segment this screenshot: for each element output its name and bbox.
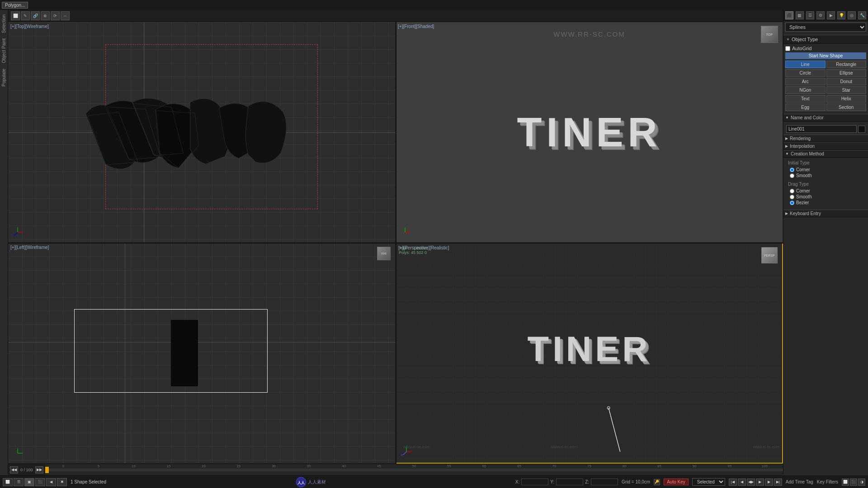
tick-50: 50 xyxy=(396,464,432,468)
drag-bezier-radio[interactable] xyxy=(790,201,794,205)
rendering-label: Rendering xyxy=(790,136,811,141)
creation-method-header[interactable]: ▼ Creation Method xyxy=(783,150,868,158)
nav-cube-bottomleft[interactable]: SDE xyxy=(377,247,391,260)
drag-smooth-radio[interactable] xyxy=(790,195,794,199)
rp-icon-7[interactable]: ◎ xyxy=(848,11,856,19)
color-swatch[interactable] xyxy=(858,126,865,133)
pb-play[interactable]: ▶ xyxy=(756,479,764,486)
pb-next-frame[interactable]: ▶ xyxy=(765,479,773,486)
sidebar-tab-object-paint[interactable]: Object Paint xyxy=(0,36,7,66)
timeline-bar: ◀◀ 0 / 100 ▶▶ 0 5 10 15 20 25 30 35 40 4… xyxy=(8,464,783,475)
name-and-color-header[interactable]: ▼ Name and Color xyxy=(783,114,868,122)
shape-btn-donut[interactable]: Donut xyxy=(826,78,867,85)
y-label: Y: xyxy=(550,479,554,484)
tick-0: 0 xyxy=(46,464,81,468)
statusbar-icon-1[interactable]: ⬜ xyxy=(842,479,849,486)
x-input[interactable] xyxy=(521,479,548,485)
shape-btn-circle[interactable]: Circle xyxy=(785,69,826,77)
mode-btn-1[interactable]: ⬜ xyxy=(3,478,13,486)
shape-btn-egg[interactable]: Egg xyxy=(785,103,826,111)
toolbar-icon-6[interactable]: ↔ xyxy=(61,11,70,20)
rp-icon-8[interactable]: 🔧 xyxy=(858,11,866,19)
rp-icon-1[interactable]: ⬛ xyxy=(785,11,793,19)
svg-text:Z: Z xyxy=(22,451,23,454)
autogrid-row: AutoGrid xyxy=(785,46,866,51)
toolbar-icon-3[interactable]: 🔗 xyxy=(31,11,40,20)
shape-btn-line[interactable]: Line xyxy=(785,61,826,68)
toolbar-icon-2[interactable]: ✎ xyxy=(21,11,30,20)
object-type-header[interactable]: ▼ Object Type xyxy=(783,35,868,44)
toolbar-icon-5[interactable]: ⟳ xyxy=(51,11,60,20)
drag-corner-label: Corner xyxy=(796,188,810,193)
add-time-tag: Add Time Tag xyxy=(786,479,813,484)
shape-btn-arc[interactable]: Arc xyxy=(785,78,826,85)
initial-smooth-radio[interactable] xyxy=(790,174,794,178)
pb-prev-frame[interactable]: ◀ xyxy=(738,479,746,486)
autogrid-checkbox[interactable] xyxy=(785,46,790,51)
viewport-bottom-right[interactable]: [+][Perspective][Realistic] Total Line00… xyxy=(396,243,783,464)
selected-dropdown[interactable]: Selected xyxy=(692,478,725,486)
sidebar-tab-selection[interactable]: Selection xyxy=(0,12,7,36)
tick-5: 5 xyxy=(81,464,116,468)
toolbar-icon-4[interactable]: ⊕ xyxy=(41,11,50,20)
polygon-mode-button[interactable]: Polygon... xyxy=(2,2,28,9)
splines-dropdown[interactable]: Splines xyxy=(785,23,866,32)
shape-btn-text[interactable]: Text xyxy=(785,95,826,103)
rp-icon-5[interactable]: ▶ xyxy=(827,11,835,19)
pb-play-back[interactable]: ◀▶ xyxy=(747,479,755,486)
mode-btn-5[interactable]: ◀ xyxy=(46,478,56,486)
toolbar-icon-1[interactable]: ⬜ xyxy=(11,11,20,20)
timeline-next[interactable]: ▶▶ xyxy=(35,466,43,474)
rp-icon-3[interactable]: ☰ xyxy=(806,11,814,19)
nav-cube-topright[interactable]: TOP xyxy=(761,26,778,43)
start-new-shape-button[interactable]: Start New Shape xyxy=(785,52,866,59)
splines-dropdown-container: Splines xyxy=(783,21,868,35)
svg-text:Z: Z xyxy=(14,234,15,237)
viewport-divider-vertical xyxy=(396,22,396,464)
shape-btn-star[interactable]: Star xyxy=(826,86,867,94)
keyboard-entry-arrow: ▶ xyxy=(785,211,788,216)
name-input[interactable] xyxy=(786,125,857,133)
rp-icon-2[interactable]: ▦ xyxy=(796,11,804,19)
timeline-slider[interactable] xyxy=(45,469,783,471)
mode-btn-3[interactable]: ▣ xyxy=(24,478,34,486)
viewport-top-left[interactable]: [+][Top][Wireframe] X Y Z xyxy=(8,22,396,243)
creation-method-section: Initial Type Corner Smooth Drag Type Cor… xyxy=(783,158,868,210)
drag-corner-radio[interactable] xyxy=(790,189,794,193)
rp-icon-4[interactable]: ⚙ xyxy=(816,11,825,19)
viewport-top-right[interactable]: [+][Front][Shaded] WWW.RR-SC.COM TINER T… xyxy=(396,22,783,243)
grid-bg-bottomright xyxy=(396,244,782,463)
auto-key-button[interactable]: Auto Key xyxy=(664,479,689,485)
shape-btn-ellipse[interactable]: Ellipse xyxy=(826,69,867,77)
pb-goto-start[interactable]: |◀ xyxy=(729,479,737,486)
mode-btn-4[interactable]: ⬛ xyxy=(35,478,45,486)
polycount-total-label: Total Line001 xyxy=(399,246,429,250)
creation-method-arrow: ▼ xyxy=(785,152,789,156)
shape-btn-rectangle[interactable]: Rectangle xyxy=(826,61,867,68)
interpolation-header[interactable]: ▶ Interpolation xyxy=(783,142,868,150)
initial-corner-radio[interactable] xyxy=(790,168,794,172)
keyboard-entry-header[interactable]: ▶ Keyboard Entry xyxy=(783,210,868,217)
axis-indicator-topleft: X Y Z xyxy=(12,227,23,239)
shape-btn-helix[interactable]: Helix xyxy=(826,95,867,103)
timeline-ticks: 0 5 10 15 20 25 30 35 40 45 50 55 60 65 … xyxy=(45,464,783,468)
statusbar-icon-2[interactable]: ⬛ xyxy=(850,479,857,486)
viewport-bottom-left[interactable]: [+][Left][Wireframe] SDE Z Y xyxy=(8,243,396,464)
interpolation-arrow: ▶ xyxy=(785,144,788,148)
y-input[interactable] xyxy=(556,479,583,485)
selection-box-topleft xyxy=(105,44,318,209)
rendering-header[interactable]: ▶ Rendering xyxy=(783,135,868,142)
z-input[interactable] xyxy=(591,479,618,485)
logo-icon: 人人 xyxy=(296,477,307,488)
sidebar-tab-populate[interactable]: Populate xyxy=(0,66,7,89)
mode-btn-6[interactable]: ✖ xyxy=(57,478,67,486)
mode-btn-2[interactable]: ☰ xyxy=(14,478,24,486)
statusbar-icon-3[interactable]: ◑ xyxy=(858,479,865,486)
shape-btn-section[interactable]: Section xyxy=(826,103,867,111)
nav-cube-bottomright[interactable]: PERSP xyxy=(761,247,778,263)
timeline-track[interactable]: 0 5 10 15 20 25 30 35 40 45 50 55 60 65 … xyxy=(45,464,783,475)
pb-goto-end[interactable]: ▶| xyxy=(774,479,782,486)
shape-btn-ngon[interactable]: NGon xyxy=(785,86,826,94)
rp-icon-6[interactable]: 💡 xyxy=(837,11,845,19)
timeline-prev[interactable]: ◀◀ xyxy=(10,466,18,474)
